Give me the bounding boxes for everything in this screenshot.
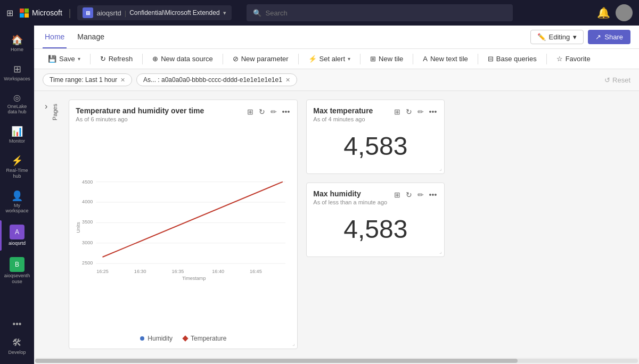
max-humidity-resize[interactable]: ⌟ — [439, 249, 442, 254]
max-humidity-subtitle: As of less than a minute ago — [313, 199, 387, 205]
sidebar-item-monitor[interactable]: 📊 Monitor — [0, 121, 34, 148]
temperature-diamond — [182, 335, 188, 341]
home-icon: 🏠 — [11, 34, 23, 46]
workspace-icon: ⊞ — [83, 7, 93, 18]
share-button[interactable]: ↗ Share — [588, 30, 630, 44]
chart-refresh-button[interactable]: ↻ — [258, 106, 266, 117]
favorite-button[interactable]: ☆ Favorite — [551, 52, 596, 65]
editing-button[interactable]: ✏️ Editing ▾ — [530, 30, 584, 44]
toolbar-sep-7 — [478, 54, 478, 64]
scrollbar-track[interactable] — [35, 359, 638, 363]
sidebar-item-aioqseventh[interactable]: B aioqseventh ouse — [0, 253, 34, 289]
max-humidity-more-btn[interactable]: ••• — [428, 189, 438, 200]
sidebar-item-onelake[interactable]: ◎ OneLake data hub — [0, 88, 34, 120]
save-chevron: ▾ — [78, 56, 80, 62]
notification-icon[interactable]: 🔔 — [597, 6, 610, 19]
max-humidity-edit-btn[interactable]: ✏ — [416, 189, 425, 200]
tiles-area: Temperature and humidity over time As of… — [69, 100, 630, 349]
max-humidity-grid-btn[interactable]: ⊞ — [393, 189, 402, 200]
dashboard: › Pages Temperature and humidity over ti… — [34, 91, 639, 358]
filterbar-right: ↺ Reset — [604, 76, 630, 84]
tile-icon: ⊞ — [370, 55, 376, 63]
reset-button[interactable]: ↺ Reset — [604, 76, 630, 84]
max-temp-grid-btn[interactable]: ⊞ — [393, 106, 402, 117]
share-icon: ↗ — [595, 33, 601, 41]
new-parameter-button[interactable]: ⊘ New parameter — [227, 52, 294, 65]
alert-chevron: ▾ — [348, 56, 350, 62]
chart-edit-button[interactable]: ✏ — [269, 106, 278, 117]
sidebar-workspaces-label: Workspaces — [4, 76, 30, 82]
chart-tile-header: Temperature and humidity over time As of… — [76, 106, 291, 122]
sidebar-item-realtime[interactable]: ⚡ Real-Time hub — [0, 151, 34, 184]
grid-menu-icon[interactable]: ⊞ — [6, 8, 13, 18]
max-temp-header: Max temperature As of 4 minutes ago ⊞ ↻ … — [313, 106, 438, 122]
refresh-button[interactable]: ↻ Refresh — [95, 52, 138, 65]
chart-tile-title-group: Temperature and humidity over time As of… — [76, 106, 204, 122]
chart-area: 4500 4000 3500 3000 2500 Units — [76, 125, 291, 330]
monitor-icon: 📊 — [11, 126, 23, 137]
toolbar-sep-4 — [298, 54, 299, 64]
new-tile-button[interactable]: ⊞ New tile — [365, 52, 408, 65]
sidebar-item-develop[interactable]: 🛠 Develop — [0, 333, 34, 360]
time-range-filter[interactable]: Time range: Last 1 hour ✕ — [43, 73, 132, 86]
tab-home[interactable]: Home — [43, 26, 67, 48]
pages-sidebar[interactable]: Pages — [50, 100, 60, 125]
sidebar-item-workspaces[interactable]: ⊞ Workspaces — [0, 59, 34, 86]
main-layout: 🏠 Home ⊞ Workspaces ◎ OneLake data hub 📊… — [0, 26, 639, 364]
chart-more-button[interactable]: ••• — [281, 106, 291, 117]
small-tiles-container: Max temperature As of 4 minutes ago ⊞ ↻ … — [306, 100, 445, 349]
pages-expand-chevron[interactable]: › — [43, 100, 50, 113]
workspaces-icon: ⊞ — [13, 63, 21, 75]
max-temp-subtitle: As of 4 minutes ago — [313, 116, 373, 122]
sidebar-myworkspace-label: My workspace — [4, 203, 30, 214]
new-text-button[interactable]: A New text tile — [417, 52, 473, 65]
max-humidity-header: Max humidity As of less than a minute ag… — [313, 189, 438, 205]
max-humidity-refresh-btn[interactable]: ↻ — [405, 189, 413, 200]
max-temp-more-btn[interactable]: ••• — [428, 106, 438, 117]
refresh-label: Refresh — [109, 55, 133, 63]
as-filter[interactable]: As... : a0a0a0a0-bbbb-cccc-dddd-e1e1e1e1… — [136, 73, 297, 86]
chart-grid-button[interactable]: ⊞ — [246, 106, 255, 117]
max-humidity-controls: ⊞ ↻ ✏ ••• — [393, 189, 438, 200]
chart-svg: 4500 4000 3500 3000 2500 Units — [76, 125, 291, 330]
new-datasource-button[interactable]: ⊕ New data source — [147, 52, 218, 65]
sidebar-item-aioqsrtd[interactable]: A aioqsrtd — [0, 220, 34, 251]
chart-legend: Humidity Temperature — [76, 335, 291, 342]
new-datasource-label: New data source — [161, 55, 213, 63]
svg-text:3500: 3500 — [82, 219, 93, 225]
toolbar-sep-6 — [413, 54, 413, 64]
horizontal-scrollbar[interactable] — [34, 358, 639, 364]
share-label: Share — [604, 33, 623, 41]
subnav: Home Manage ✏️ Editing ▾ ↗ Share — [34, 26, 639, 49]
max-temp-title-group: Max temperature As of 4 minutes ago — [313, 106, 373, 122]
max-humidity-tile: Max humidity As of less than a minute ag… — [306, 183, 445, 257]
max-temp-edit-btn[interactable]: ✏ — [416, 106, 425, 117]
nav-divider: | — [69, 7, 71, 19]
save-button[interactable]: 💾 Save ▾ — [43, 52, 86, 65]
text-icon: A — [423, 55, 428, 63]
set-alert-button[interactable]: ⚡ Set alert ▾ — [303, 52, 356, 65]
user-avatar[interactable] — [616, 4, 633, 21]
topbar-right: 🔔 — [597, 4, 633, 21]
time-range-close[interactable]: ✕ — [120, 77, 125, 84]
humidity-label: Humidity — [148, 335, 173, 342]
scrollbar-thumb[interactable] — [35, 359, 518, 363]
reset-icon: ↺ — [604, 76, 610, 84]
sidebar-item-home[interactable]: 🏠 Home — [0, 30, 34, 57]
search-input[interactable] — [266, 9, 506, 17]
workspace-selector[interactable]: ⊞ aioqsrtd | Confidential\Microsoft Exte… — [77, 5, 231, 20]
max-temp-refresh-btn[interactable]: ↻ — [405, 106, 413, 117]
max-temp-title: Max temperature — [313, 106, 373, 115]
svg-text:4500: 4500 — [82, 179, 93, 185]
as-filter-close[interactable]: ✕ — [285, 77, 290, 84]
sidebar-item-myworkspace[interactable]: 👤 My workspace — [0, 186, 34, 219]
tab-manage[interactable]: Manage — [75, 26, 106, 48]
content-area: Home Manage ✏️ Editing ▾ ↗ Share 💾 Save … — [34, 26, 639, 364]
search-bar[interactable]: 🔍 — [247, 4, 513, 21]
chart-resize-handle[interactable]: ⌟ — [292, 341, 295, 346]
sidebar-more-dots[interactable]: ••• — [13, 319, 22, 329]
max-temp-resize[interactable]: ⌟ — [439, 166, 442, 171]
base-queries-button[interactable]: ⊟ Base queries — [482, 52, 542, 65]
myworkspace-icon: 👤 — [11, 190, 23, 202]
realtime-icon: ⚡ — [11, 155, 23, 167]
